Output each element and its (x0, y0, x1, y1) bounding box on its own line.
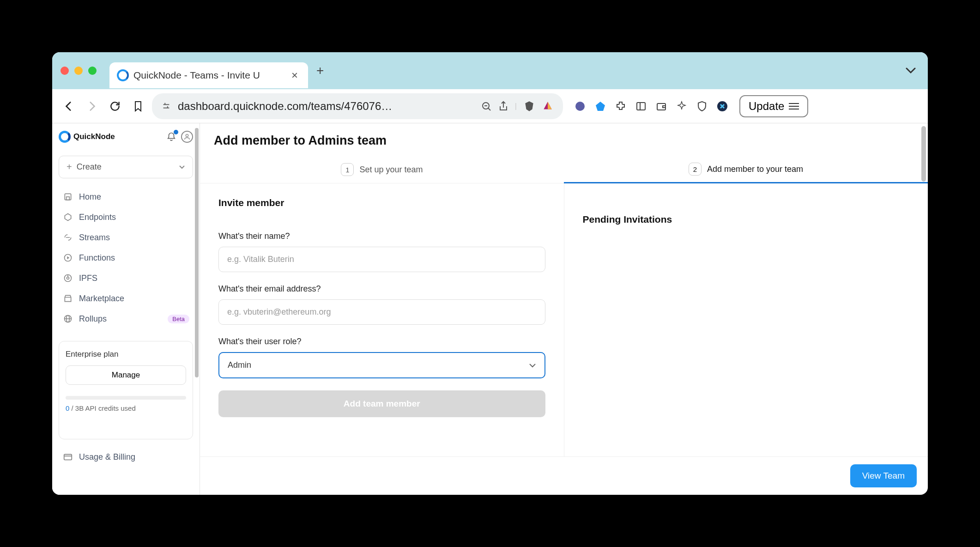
step-setup-team[interactable]: 1 Set up your team (200, 156, 564, 183)
credits-progress-bar (66, 396, 186, 400)
invite-column: Invite member What's their name? What's … (200, 183, 564, 456)
svg-point-3 (575, 102, 585, 111)
svg-marker-15 (67, 256, 69, 260)
svg-rect-5 (637, 103, 645, 110)
ipfs-icon (62, 273, 73, 284)
sidebar-item-label: IPFS (79, 274, 97, 283)
card-icon (62, 451, 73, 462)
page-title: Add member to Admins team (200, 123, 928, 156)
plus-icon: + (67, 162, 72, 172)
zoom-out-icon[interactable] (481, 101, 492, 112)
window-maximize-button[interactable] (88, 67, 97, 75)
main-scrollbar[interactable] (921, 126, 926, 182)
new-tab-button[interactable]: + (316, 63, 324, 78)
user-avatar-button[interactable] (181, 131, 193, 143)
add-team-member-button[interactable]: Add team member (218, 390, 545, 417)
sidebar-item-rollups[interactable]: Rollups Beta (57, 309, 195, 329)
share-icon[interactable] (498, 100, 508, 112)
reload-button[interactable] (106, 97, 124, 115)
content-row: Invite member What's their name? What's … (200, 183, 928, 456)
notifications-button[interactable] (165, 131, 177, 143)
tab-close-button[interactable]: × (289, 69, 301, 82)
url-text: dashboard.quicknode.com/teams/476076… (178, 100, 474, 113)
main-content: Add member to Admins team 1 Set up your … (200, 123, 928, 495)
extensions-menu-icon[interactable] (614, 99, 628, 113)
create-button[interactable]: + Create (59, 156, 193, 178)
sidebar-item-usage-billing[interactable]: Usage & Billing (52, 444, 200, 470)
svg-point-10 (186, 134, 188, 137)
role-selected-value: Admin (228, 360, 251, 370)
sidebar-item-label: Streams (79, 233, 110, 243)
role-field-group: What's their user role? Admin (218, 337, 545, 378)
pending-column: Pending Invitations (564, 183, 928, 456)
email-input[interactable] (218, 299, 545, 325)
sidebar-item-ipfs[interactable]: IPFS (57, 268, 195, 288)
brand-logo[interactable]: QuickNode (59, 131, 115, 143)
step-number: 1 (341, 163, 354, 176)
extensions-row (573, 99, 729, 113)
extension-icon[interactable] (593, 99, 607, 113)
page-footer: View Team (200, 456, 928, 495)
svg-marker-13 (65, 214, 71, 221)
svg-rect-22 (64, 455, 72, 460)
email-field-group: What's their email address? (218, 284, 545, 325)
manage-plan-button[interactable]: Manage (66, 365, 186, 385)
sidebar-item-label: Home (79, 192, 101, 202)
step-add-member[interactable]: 2 Add member to your team (564, 156, 928, 183)
wallet-icon[interactable] (654, 99, 668, 113)
tab-title: QuickNode - Teams - Invite U (133, 70, 284, 81)
quicknode-logo-icon (59, 131, 71, 143)
invite-section-title: Invite member (218, 197, 545, 208)
name-input[interactable] (218, 247, 545, 272)
step-label: Set up your team (359, 165, 423, 175)
app-content: QuickNode + Create (52, 123, 928, 495)
window-minimize-button[interactable] (74, 67, 83, 75)
svg-line-1 (488, 108, 490, 110)
sparkle-icon[interactable] (675, 99, 689, 113)
extension-icon[interactable] (715, 99, 729, 113)
browser-window: QuickNode - Teams - Invite U × + dashboa… (52, 52, 928, 495)
sidebar-item-streams[interactable]: Streams (57, 227, 195, 248)
view-team-button[interactable]: View Team (850, 464, 917, 487)
update-button[interactable]: Update (739, 95, 808, 117)
browser-toolbar: dashboard.quicknode.com/teams/476076… | … (52, 89, 928, 123)
browser-tab[interactable]: QuickNode - Teams - Invite U × (109, 62, 308, 88)
sidebar-toggle-icon[interactable] (634, 99, 648, 113)
credits-total-text: / 3B API credits used (69, 404, 135, 412)
extension-icon[interactable] (573, 99, 587, 113)
forward-button[interactable] (83, 97, 101, 115)
sidebar-item-marketplace[interactable]: Marketplace (57, 288, 195, 309)
sidebar: QuickNode + Create (52, 123, 200, 495)
email-field-label: What's their email address? (218, 284, 545, 294)
sidebar-nav: Home Endpoints Streams Functions IPFS (52, 187, 200, 329)
sidebar-header: QuickNode (52, 123, 200, 150)
bookmark-button[interactable] (129, 97, 147, 115)
globe-icon (62, 313, 73, 324)
role-select[interactable]: Admin (218, 352, 545, 378)
menu-icon (789, 103, 799, 109)
svg-point-17 (67, 277, 69, 280)
tab-favicon-icon (117, 69, 129, 81)
role-field-label: What's their user role? (218, 337, 545, 346)
traffic-lights (60, 67, 97, 75)
tabs-dropdown-button[interactable] (906, 67, 916, 74)
brave-logo-icon[interactable] (542, 100, 554, 112)
address-bar[interactable]: dashboard.quicknode.com/teams/476076… | (152, 93, 563, 119)
usage-billing-label: Usage & Billing (79, 452, 135, 462)
create-label: Create (77, 162, 102, 172)
site-settings-icon (161, 101, 171, 111)
shield-check-icon[interactable] (695, 99, 709, 113)
sidebar-item-endpoints[interactable]: Endpoints (57, 207, 195, 227)
plan-card: Enterprise plan Manage 0 / 3B API credit… (59, 341, 193, 439)
hexagon-icon (62, 212, 73, 223)
brave-shield-icon[interactable] (523, 100, 535, 112)
browser-tab-bar: QuickNode - Teams - Invite U × + (52, 52, 928, 89)
sidebar-item-functions[interactable]: Functions (57, 248, 195, 268)
name-field-group: What's their name? (218, 231, 545, 272)
back-button[interactable] (60, 97, 78, 115)
sidebar-item-label: Functions (79, 253, 115, 263)
sidebar-scrollbar[interactable] (195, 128, 199, 377)
window-close-button[interactable] (60, 67, 69, 75)
sidebar-item-home[interactable]: Home (57, 187, 195, 207)
sidebar-item-label: Marketplace (79, 294, 124, 304)
